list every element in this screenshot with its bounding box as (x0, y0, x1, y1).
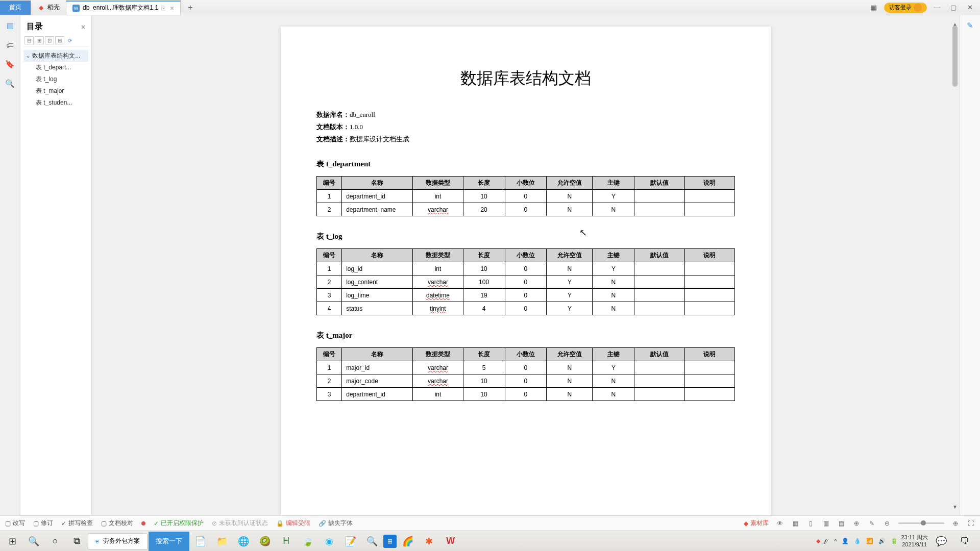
app-icon[interactable]: ◉ (319, 532, 339, 551)
table-cell (684, 190, 734, 203)
chrome-icon[interactable]: 🌈 (398, 532, 418, 551)
app-icon[interactable]: 🔍 (362, 532, 382, 551)
scroll-thumb[interactable] (952, 26, 958, 87)
app-icon[interactable]: H (276, 532, 297, 551)
bookmark-icon[interactable]: 🔖 (5, 59, 15, 69)
page-icon[interactable]: ▦ (791, 519, 799, 528)
level-down-button[interactable]: ⊡ (45, 36, 54, 44)
table-header: 小数位 (505, 177, 547, 190)
eye-icon[interactable]: 👁 (776, 519, 784, 528)
tray-up-icon[interactable]: ^ (834, 538, 837, 544)
sb-protect[interactable]: ✓ 已开启权限保护 (154, 519, 204, 528)
document-viewport[interactable]: 数据库表结构文档 数据库名：db_enroll文档版本：1.0.0文档描述：数据… (92, 15, 960, 515)
toc-item[interactable]: 表 t_log (23, 73, 88, 85)
level-up-button[interactable]: ⊞ (55, 36, 64, 44)
start-button[interactable]: ⊞ (2, 532, 22, 551)
tag-icon[interactable]: 🏷 (5, 40, 15, 50)
table-cell: N (593, 388, 634, 401)
taskbar-app-ie[interactable]: e 劳务外包方案 (88, 533, 148, 549)
sb-rewrite[interactable]: ▢ 改写 (5, 519, 25, 528)
sb-proof[interactable]: ▢ 文档校对 (101, 519, 133, 528)
zoom-out-button[interactable]: ⊖ (883, 519, 891, 528)
collapse-all-button[interactable]: ⊟ (24, 36, 34, 44)
notif-icon[interactable]: 🗨 (954, 532, 975, 551)
login-badge[interactable]: 访客登录 (884, 3, 927, 13)
view2-icon[interactable]: ▥ (822, 519, 830, 528)
volume-icon[interactable]: 🔊 (878, 538, 886, 544)
search-icon[interactable]: 🔍 (5, 79, 15, 89)
table-cell (684, 262, 734, 276)
section-heading: 表 t_log (316, 232, 735, 241)
app-icon[interactable]: 📄 (190, 532, 211, 551)
cortana-button[interactable]: ○ (45, 532, 65, 551)
toc-item[interactable]: 表 t_depart... (23, 62, 88, 73)
scroll-down-icon[interactable]: ▼ (951, 503, 959, 510)
taskview-button[interactable]: ⧉ (66, 532, 87, 551)
meta-line: 文档描述：数据库设计文档生成 (316, 135, 735, 144)
expand-all-button[interactable]: ⊞ (35, 36, 44, 44)
table-cell: N (547, 203, 593, 216)
edit-icon[interactable]: ✎ (965, 20, 975, 31)
table-cell: 10 (463, 262, 505, 276)
sb-auth[interactable]: ⊘ 未获取到认证状态 (212, 519, 268, 528)
grid-icon[interactable]: ▦ (868, 2, 880, 14)
close-icon[interactable]: × (170, 4, 174, 12)
app-icon[interactable]: 🌐 (233, 532, 254, 551)
table-row: 3log_timedatetime190YN (317, 289, 735, 302)
explorer-icon[interactable]: 📁 (212, 532, 232, 551)
zoom-slider[interactable] (898, 522, 944, 524)
outline-icon[interactable]: ▤ (5, 20, 15, 31)
toc-root[interactable]: ⌄ 数据库表结构文... (23, 50, 88, 62)
tray-icon[interactable]: 👤 (842, 538, 849, 544)
wifi-icon[interactable]: 📶 (866, 538, 873, 544)
table-row: 2major_codevarchar100NN (317, 374, 735, 388)
wps-icon[interactable]: W (440, 532, 461, 551)
web-icon[interactable]: ⊕ (852, 519, 861, 528)
table-cell: 0 (505, 276, 547, 289)
minimize-button[interactable]: — (931, 2, 943, 14)
table-cell: 0 (505, 388, 547, 401)
table-cell: Y (547, 289, 593, 302)
table-cell: 1 (317, 262, 342, 276)
table-header: 主键 (593, 348, 634, 361)
sb-materials[interactable]: ◆ 素材库 (744, 519, 769, 528)
app-icon[interactable]: ✱ (419, 532, 439, 551)
tray-icon[interactable]: 🖊 (823, 538, 829, 544)
app-icon[interactable]: 📝 (340, 532, 361, 551)
search-button[interactable]: 🔍 (23, 532, 44, 551)
outline-view-icon[interactable]: ✎ (868, 519, 876, 528)
close-button[interactable]: ✕ (964, 2, 976, 14)
close-icon[interactable]: × (81, 23, 85, 31)
table-cell: 10 (463, 388, 505, 401)
zoom-in-button[interactable]: ⊕ (951, 519, 960, 528)
sb-limited[interactable]: 🔒 编辑受限 (276, 519, 310, 528)
view3-icon[interactable]: ▤ (837, 519, 845, 528)
tab-daoké[interactable]: ◆ 稻壳 (31, 1, 66, 15)
toc-item[interactable]: 表 t_major (23, 85, 88, 97)
app-icon[interactable]: 🍃 (298, 532, 318, 551)
taskbar-search[interactable]: 搜索一下 (149, 532, 189, 551)
scrollbar[interactable]: ▲ ▼ (951, 20, 959, 510)
maximize-button[interactable]: ▢ (947, 2, 960, 14)
sb-spell[interactable]: ✓ 拼写检查 (61, 519, 93, 528)
notif-icon[interactable]: 💬 (931, 532, 951, 551)
taskbar-clock[interactable]: 23:11 周六 2021/9/11 (901, 534, 928, 547)
tab-document[interactable]: W db_enroll...理数据库文档1.1 ⎘ × (66, 1, 181, 15)
app-icon[interactable]: ⊞ (383, 535, 397, 548)
sb-revise[interactable]: ▢ 修订 (33, 519, 53, 528)
toc-item[interactable]: 表 t_studen... (23, 97, 88, 109)
app-icon[interactable]: ◆ (816, 538, 820, 544)
sb-fonts[interactable]: 🔗 缺失字体 (318, 519, 353, 528)
fullscreen-icon[interactable]: ⛶ (967, 519, 975, 528)
table-cell: N (593, 289, 634, 302)
new-tab-button[interactable]: + (181, 1, 200, 15)
battery-icon[interactable]: 🔋 (891, 538, 898, 544)
refresh-button[interactable]: ⟳ (65, 36, 75, 44)
tab-home[interactable]: 首页 (0, 1, 31, 15)
login-label: 访客登录 (889, 4, 912, 11)
view1-icon[interactable]: ▯ (806, 519, 815, 528)
tab-pin-icon[interactable]: ⎘ (161, 5, 165, 12)
table-cell (684, 361, 734, 374)
tray-icon[interactable]: 💧 (854, 538, 861, 544)
app-icon[interactable]: 🥝 (255, 532, 275, 551)
